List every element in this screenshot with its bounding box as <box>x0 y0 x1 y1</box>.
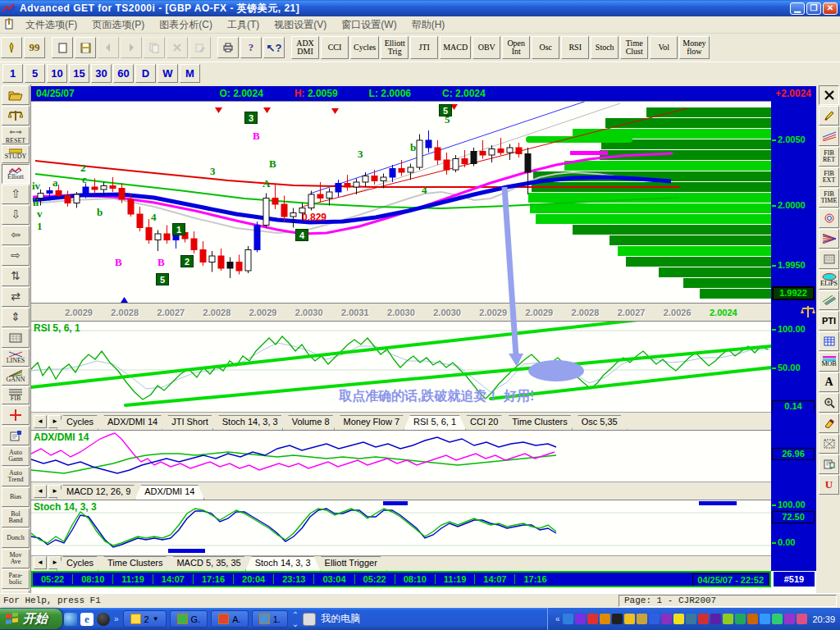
study-shortcut-button[interactable]: Bias <box>2 487 30 507</box>
study-shortcut-button[interactable]: Mov Ave <box>2 549 30 568</box>
help-button[interactable]: ? <box>240 37 262 58</box>
indicator-tab[interactable]: Cycles <box>57 415 103 430</box>
pencil-tool-button[interactable] <box>819 106 839 126</box>
new-page-button[interactable] <box>52 37 73 58</box>
indicator-tab[interactable]: JTI Short <box>162 415 218 430</box>
timeframe-button[interactable]: D <box>135 64 156 83</box>
tray-icon[interactable] <box>661 614 672 624</box>
pti-button[interactable]: PTI <box>819 311 839 331</box>
tray-icon[interactable] <box>698 614 709 624</box>
price-chart-panel[interactable] <box>31 101 771 303</box>
print-button[interactable] <box>217 37 239 58</box>
menu-item[interactable]: 帮助(H) <box>404 16 453 34</box>
timeframe-button[interactable]: 30 <box>91 64 112 83</box>
pattern-tool-button[interactable] <box>819 434 839 454</box>
tray-icon[interactable] <box>637 614 647 624</box>
indicator-button[interactable]: CCI <box>321 36 349 59</box>
tray-icon[interactable] <box>735 614 746 624</box>
indicator-tab[interactable]: MACD 5, 35, 35 <box>167 556 250 571</box>
timeframe-button[interactable]: 1 <box>2 64 23 83</box>
lines-button[interactable]: LINES <box>2 349 30 367</box>
eraser-tool-button[interactable] <box>819 413 839 433</box>
fib-circle-button[interactable] <box>819 208 839 228</box>
regression-tool-button[interactable] <box>819 290 839 310</box>
indicator-tab[interactable]: RSI 5, 6, 1 <box>404 415 466 430</box>
tray-icon[interactable] <box>673 614 684 624</box>
scroll-down-button[interactable]: ⇩ <box>2 205 30 225</box>
tray-icon[interactable] <box>600 614 610 624</box>
indicator-tab[interactable]: Money Flow 7 <box>334 415 409 430</box>
my-computer-toolbar-label[interactable]: 我的电脑 <box>321 612 360 626</box>
indicator-button[interactable]: Osc <box>532 36 559 59</box>
scroll-left-button[interactable]: ⇦ <box>2 226 30 245</box>
timeframe-button[interactable]: W <box>158 64 178 83</box>
taskbar-folder-group-button[interactable]: 2▼ <box>123 610 167 628</box>
open-chart-button[interactable] <box>2 85 30 105</box>
timeframe-button[interactable]: 15 <box>69 64 89 83</box>
expand-button[interactable]: ⇕ <box>2 308 30 327</box>
close-button[interactable]: ✕ <box>823 2 838 15</box>
scroll-right-button[interactable]: ⇨ <box>2 246 30 266</box>
fan-lines-button[interactable] <box>819 229 839 249</box>
indicator-button[interactable]: RSI <box>561 36 589 59</box>
reset-button[interactable]: ⇐⇒RESET <box>2 126 30 144</box>
indicator-tab[interactable]: ADX/DMI 14 <box>98 415 167 430</box>
tray-icon[interactable] <box>772 614 783 624</box>
timeframe-button[interactable]: M <box>180 64 200 83</box>
indicator-button[interactable]: OBV <box>472 36 500 59</box>
indicator-tab[interactable]: ADX/DMI 14 <box>135 485 204 500</box>
tray-icon[interactable] <box>612 614 623 624</box>
indicator-button[interactable]: Vol <box>650 36 678 59</box>
menu-item[interactable]: 工具(T) <box>220 16 267 34</box>
study-shortcut-button[interactable]: Bol Band <box>2 508 30 527</box>
tray-icon[interactable] <box>784 614 795 624</box>
indicator-tab[interactable]: CCI 20 <box>460 415 508 430</box>
indicator-tab[interactable]: Time Clusters <box>98 556 172 571</box>
indicator-tab[interactable]: MACD 12, 26, 9 <box>57 485 140 500</box>
tray-icon[interactable] <box>797 614 807 624</box>
fib-button[interactable]: FIB <box>2 386 30 404</box>
tray-icon[interactable] <box>563 614 573 624</box>
tray-collapse-chevron[interactable]: « <box>553 614 563 623</box>
menu-item[interactable]: 文件选项(F) <box>18 16 84 34</box>
menu-item[interactable]: 窗口设置(W) <box>334 16 404 34</box>
taskbar-window-button[interactable]: A. <box>211 610 248 628</box>
indicator-tab[interactable]: Volume 8 <box>282 415 340 430</box>
rsi-panel[interactable]: RSI 5, 6, 1 <box>31 321 771 412</box>
menu-item[interactable]: 视图设置(V) <box>267 16 334 34</box>
study-shortcut-button[interactable]: Auto Trend <box>2 467 30 486</box>
indicator-button[interactable]: Cycles <box>350 36 379 59</box>
undo-button[interactable]: U <box>819 475 839 495</box>
quicklaunch-ie-icon[interactable]: e <box>80 613 94 626</box>
scales-corner-icon[interactable] <box>800 305 816 318</box>
save-button[interactable] <box>75 37 96 58</box>
tray-icon[interactable] <box>710 614 721 624</box>
tray-icon[interactable] <box>686 614 696 624</box>
grid-button[interactable] <box>2 328 30 348</box>
timeframe-button[interactable]: 5 <box>25 64 45 83</box>
keyboard-language-icon[interactable] <box>303 613 316 626</box>
study-button[interactable]: STUDY <box>2 145 30 163</box>
fib-time-button[interactable]: FIB TIME <box>819 188 839 208</box>
quotes-button[interactable] <box>2 106 30 126</box>
delete-page-button[interactable] <box>167 37 188 58</box>
quicklaunch-qq-icon[interactable] <box>97 613 110 626</box>
tray-icon[interactable] <box>587 614 598 624</box>
indicator-tab[interactable]: Cycles <box>57 556 103 571</box>
forward-button[interactable] <box>121 37 142 58</box>
fib-retracement-button[interactable]: FIB RET <box>819 147 839 167</box>
quicklaunch-overflow-chevron[interactable]: » <box>112 614 121 623</box>
scroll-up-button[interactable]: ⇧ <box>2 185 30 204</box>
crosshair-button[interactable] <box>2 405 30 425</box>
properties-button[interactable] <box>2 426 30 445</box>
indicator-button[interactable]: Time Clust <box>620 36 648 59</box>
table-tool-button[interactable] <box>819 331 839 351</box>
indicator-tab[interactable]: Stoch 14, 3, 3 <box>245 556 321 571</box>
indicator-tab[interactable]: Osc 5,35 <box>572 415 628 430</box>
notes-tool-button[interactable] <box>819 454 839 474</box>
compress-horizontal-button[interactable]: ⇄ <box>2 287 30 307</box>
indicator-button[interactable]: Stoch <box>591 36 619 59</box>
tray-icon[interactable] <box>760 614 770 624</box>
restore-button[interactable]: ❐ <box>806 2 821 15</box>
taskbar-window-button[interactable]: 1. <box>252 610 288 628</box>
